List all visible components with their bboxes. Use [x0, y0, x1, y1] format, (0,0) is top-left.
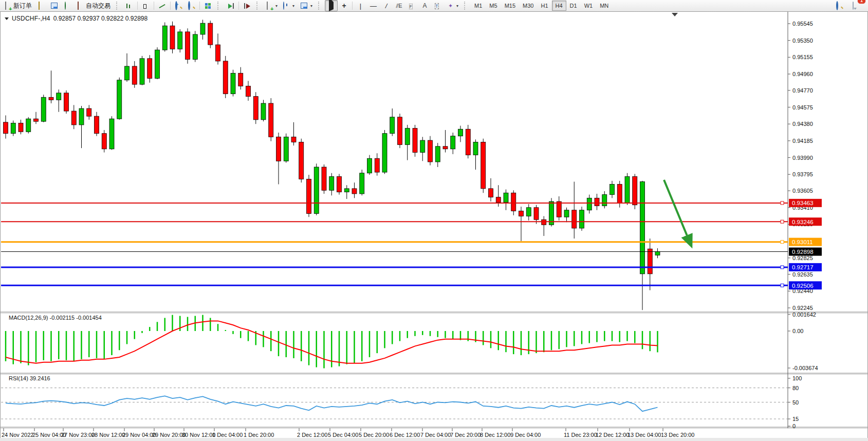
- insert-indicator-button[interactable]: +▾: [263, 0, 280, 11]
- timeframe-m1[interactable]: M1: [471, 1, 486, 11]
- fibonacci-icon: F: [408, 2, 416, 10]
- svg-text:80: 80: [792, 385, 799, 391]
- text-button[interactable]: A: [418, 0, 431, 11]
- svg-text:0.95350: 0.95350: [792, 38, 813, 44]
- search-button[interactable]: [833, 0, 846, 11]
- svg-text:6 Dec 12:00: 6 Dec 12:00: [390, 432, 420, 438]
- notification-count-badge: 1: [858, 0, 865, 4]
- svg-text:12 Dec 12:00: 12 Dec 12:00: [596, 432, 629, 438]
- timeframe-w1[interactable]: W1: [581, 1, 597, 11]
- arrows-button[interactable]: ✦▾: [444, 0, 461, 11]
- svg-text:29 Nov 20:00: 29 Nov 20:00: [152, 432, 186, 438]
- toolbar-grip[interactable]: [217, 2, 221, 10]
- toolbar-right-group: 1: [833, 0, 868, 11]
- market-watch-button[interactable]: [47, 0, 61, 11]
- market-watch-icon: [51, 3, 58, 9]
- horizontal-line-button[interactable]: —: [367, 0, 380, 11]
- timeframe-m30[interactable]: M30: [519, 1, 537, 11]
- svg-text:0.94380: 0.94380: [792, 121, 813, 127]
- svg-text:0.93246: 0.93246: [792, 219, 814, 225]
- periods-button[interactable]: ▾: [280, 0, 297, 11]
- insert-indicator-icon: +: [266, 2, 273, 10]
- toolbar-grip[interactable]: [116, 2, 120, 10]
- svg-text:15: 15: [792, 416, 799, 422]
- toolbar-grip[interactable]: [256, 2, 260, 10]
- auto-trading-button[interactable]: 自动交易: [74, 0, 113, 11]
- price-axis-badge: 0.93463: [789, 199, 822, 207]
- svg-text:27 Nov 23:00: 27 Nov 23:00: [61, 432, 95, 438]
- svg-text:100: 100: [792, 375, 802, 381]
- crosshair-button[interactable]: +: [338, 0, 350, 11]
- horizontal-level-lines[interactable]: [1, 201, 788, 287]
- svg-text:0.92825: 0.92825: [792, 255, 813, 261]
- vertical-line-button[interactable]: |: [354, 0, 367, 11]
- auto-scroll-icon: [227, 2, 234, 10]
- timeframe-m5[interactable]: M5: [486, 1, 501, 11]
- timeframe-h1[interactable]: H1: [537, 1, 551, 11]
- horizontal-line-icon: —: [370, 2, 377, 10]
- window-bottom-edge: [0, 438, 868, 441]
- svg-text:50: 50: [792, 399, 799, 406]
- crosshair-icon: +: [340, 2, 348, 10]
- auto-trading-icon: [77, 2, 84, 10]
- svg-text:-0.003674: -0.003674: [792, 365, 818, 371]
- macd-histogram: [6, 315, 658, 369]
- metaeditor-icon: [37, 2, 45, 10]
- bar-chart-button[interactable]: [123, 0, 136, 11]
- equidistant-channel-button[interactable]: ⫽E: [393, 0, 405, 11]
- trend-line-button[interactable]: /: [380, 0, 393, 11]
- standard-toolbar-group: + 新订单 自动交易: [0, 0, 115, 11]
- line-chart-button[interactable]: [156, 0, 169, 11]
- timeframe-d1[interactable]: D1: [566, 1, 581, 11]
- zoom-out-button[interactable]: -: [185, 0, 198, 11]
- new-order-button[interactable]: + 新订单: [2, 0, 34, 11]
- svg-text:5 Dec 04:00: 5 Dec 04:00: [328, 432, 358, 438]
- price-axis-badge: 0.93011: [789, 238, 822, 246]
- dropdown-caret-icon: ▾: [275, 4, 278, 8]
- svg-text:0.95545: 0.95545: [792, 21, 813, 27]
- metatrader-app: + 新订单 自动交易 + -: [0, 0, 868, 441]
- navigator-button[interactable]: [61, 0, 74, 11]
- cursor-button[interactable]: [325, 0, 338, 11]
- svg-text:0.92245: 0.92245: [792, 305, 813, 311]
- timeframe-mn[interactable]: MN: [596, 1, 612, 11]
- timeframe-h4[interactable]: H4: [552, 1, 566, 11]
- bar-chart-icon: [125, 2, 133, 10]
- svg-text:24 Nov 2022: 24 Nov 2022: [2, 432, 33, 438]
- navigator-icon: [64, 2, 71, 10]
- chart-shift-marker-icon: [672, 13, 678, 16]
- metaeditor-button[interactable]: [34, 0, 47, 11]
- svg-text:0.92898: 0.92898: [792, 249, 814, 255]
- svg-text:0.93463: 0.93463: [792, 200, 814, 206]
- text-label-icon: T: [434, 2, 441, 10]
- arrows-icon: ✦: [447, 2, 454, 10]
- candlestick-chart-button[interactable]: [139, 0, 152, 11]
- svg-text:0.92506: 0.92506: [792, 283, 814, 289]
- templates-button[interactable]: ▾: [297, 0, 315, 11]
- chart-type-group: + -: [121, 0, 216, 11]
- svg-text:0: 0: [792, 423, 796, 429]
- tile-windows-button[interactable]: [201, 0, 214, 11]
- chart-shift-button[interactable]: [241, 0, 253, 11]
- auto-trading-label: 自动交易: [86, 2, 110, 10]
- rsi-line: [6, 396, 658, 411]
- notifications-button[interactable]: 1: [850, 0, 863, 11]
- new-order-label: 新订单: [13, 2, 32, 10]
- svg-text:0.001642: 0.001642: [792, 311, 816, 318]
- text-icon: A: [421, 2, 429, 10]
- arrow-annotation[interactable]: [664, 180, 691, 246]
- fibonacci-button[interactable]: F: [405, 0, 418, 11]
- time-axis: 24 Nov 202225 Nov 04:0027 Nov 23:0028 No…: [2, 428, 694, 438]
- svg-text:0.94575: 0.94575: [792, 104, 813, 111]
- auto-scroll-button[interactable]: [224, 0, 237, 11]
- price-chart-canvas[interactable]: 0.955450.953500.951550.949600.947700.945…: [1, 12, 867, 440]
- svg-text:30 Nov 12:00: 30 Nov 12:00: [182, 432, 215, 438]
- timeframe-m15[interactable]: M15: [501, 1, 519, 11]
- svg-text:0.94770: 0.94770: [792, 87, 813, 94]
- text-label-button[interactable]: T: [431, 0, 444, 11]
- svg-text:13 Dec 20:00: 13 Dec 20:00: [661, 432, 694, 438]
- toolbar-grip[interactable]: [318, 2, 322, 10]
- svg-text:0.92717: 0.92717: [792, 264, 814, 270]
- zoom-in-button[interactable]: +: [172, 0, 185, 11]
- toolbar-grip[interactable]: [464, 2, 468, 10]
